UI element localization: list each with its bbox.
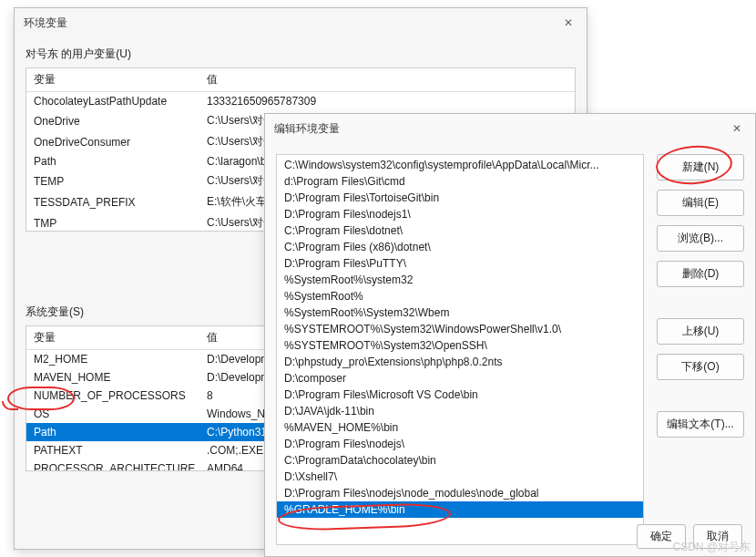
- var-name: M2_HOME: [26, 350, 199, 369]
- list-item[interactable]: %SYSTEMROOT%\System32\WindowsPowerShell\…: [277, 321, 643, 337]
- var-name: Path: [26, 152, 199, 170]
- button-column: 新建(N) 编辑(E) 浏览(B)... 删除(D) 上移(U) 下移(O) 编…: [657, 154, 744, 545]
- list-item[interactable]: %SystemRoot%\System32\Wbem: [277, 304, 643, 321]
- list-item[interactable]: %SystemRoot%: [277, 288, 643, 304]
- dialog-title: 环境变量: [24, 15, 559, 31]
- list-item[interactable]: C:\ProgramData\chocolatey\bin: [277, 452, 643, 469]
- list-item[interactable]: C:\Program Files\dotnet\: [277, 222, 643, 239]
- close-icon[interactable]: ✕: [728, 122, 746, 135]
- var-value: 133321650965787309: [199, 92, 575, 111]
- list-item[interactable]: D:\phpstudy_pro\Extensions\php\php8.0.2n…: [277, 354, 643, 370]
- list-item[interactable]: %MAVEN_HOME%\bin: [277, 419, 643, 436]
- col-value: 值: [199, 68, 575, 92]
- list-item[interactable]: %SYSTEMROOT%\System32\OpenSSH\: [277, 337, 643, 354]
- list-item[interactable]: D:\Xshell7\: [277, 469, 643, 485]
- list-item[interactable]: D:\Program Files\nodejs\node_modules\nod…: [277, 485, 643, 501]
- list-item[interactable]: D:\Program Files\nodejs1\: [277, 206, 643, 222]
- var-name: OS: [26, 405, 199, 423]
- list-item[interactable]: D:\Program Files\TortoiseGit\bin: [277, 190, 643, 206]
- path-listbox[interactable]: C:\Windows\system32\config\systemprofile…: [276, 154, 644, 545]
- list-item[interactable]: %GRADLE_HOME%\bin: [277, 501, 643, 518]
- list-item[interactable]: C:\Program Files (x86)\dotnet\: [277, 239, 643, 255]
- var-name: NUMBER_OF_PROCESSORS: [26, 387, 199, 405]
- var-name: MAVEN_HOME: [26, 368, 199, 387]
- watermark: CSDN @对号东: [672, 540, 751, 555]
- move-down-button[interactable]: 下移(O): [657, 354, 744, 380]
- list-item[interactable]: D:\Program Files\Microsoft VS Code\bin: [277, 387, 643, 403]
- move-up-button[interactable]: 上移(U): [657, 318, 744, 345]
- var-name: OneDriveConsumer: [26, 131, 199, 152]
- table-row[interactable]: ChocolateyLastPathUpdate1333216509657873…: [26, 92, 575, 111]
- dialog-title: 编辑环境变量: [274, 121, 728, 137]
- titlebar: 环境变量 ✕: [15, 8, 587, 37]
- var-name: OneDrive: [26, 110, 199, 131]
- list-item[interactable]: C:\Windows\system32\config\systemprofile…: [277, 157, 643, 173]
- list-item[interactable]: d:\Program Files\Git\cmd: [277, 173, 643, 190]
- edit-text-button[interactable]: 编辑文本(T)...: [657, 411, 744, 438]
- var-name: PATHEXT: [26, 441, 199, 459]
- var-name: PROCESSOR_ARCHITECTURE: [26, 459, 199, 471]
- var-name: TESSDATA_PREFIX: [26, 191, 199, 212]
- list-item[interactable]: D:\JAVA\jdk-11\bin: [277, 403, 643, 419]
- delete-button[interactable]: 删除(D): [657, 261, 744, 287]
- edit-button[interactable]: 编辑(E): [657, 190, 744, 216]
- user-vars-label: 对号东 的用户变量(U): [15, 37, 587, 67]
- var-name: Path: [26, 423, 199, 441]
- var-name: TEMP: [26, 170, 199, 191]
- list-item[interactable]: D:\Program Files\nodejs\: [277, 436, 643, 452]
- titlebar: 编辑环境变量 ✕: [265, 114, 755, 143]
- new-button[interactable]: 新建(N): [657, 154, 744, 181]
- var-name: TMP: [26, 212, 199, 232]
- var-name: ChocolateyLastPathUpdate: [26, 92, 199, 111]
- list-item[interactable]: D:\composer: [277, 370, 643, 387]
- list-item[interactable]: D:\Program Files\PuTTY\: [277, 255, 643, 272]
- col-name: 变量: [26, 326, 199, 350]
- col-name: 变量: [26, 68, 199, 92]
- list-item[interactable]: %SystemRoot%\system32: [277, 272, 643, 288]
- close-icon[interactable]: ✕: [559, 16, 577, 29]
- browse-button[interactable]: 浏览(B)...: [657, 225, 744, 252]
- edit-env-dialog: 编辑环境变量 ✕ C:\Windows\system32\config\syst…: [264, 113, 756, 557]
